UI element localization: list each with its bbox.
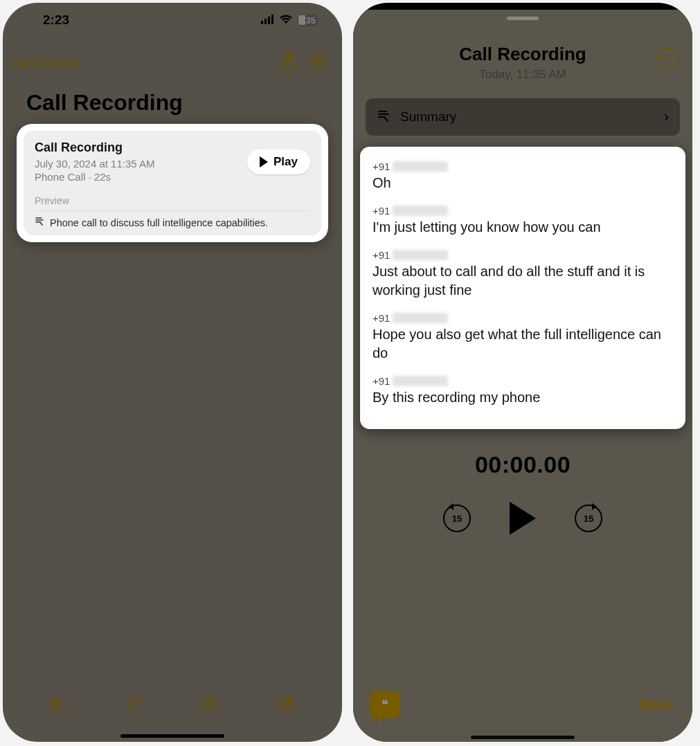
play-button[interactable] (510, 502, 536, 535)
home-indicator (120, 734, 224, 738)
recording-meta: Phone Call · 22s (35, 171, 154, 183)
quote-button[interactable]: ❝ (370, 691, 400, 718)
done-button[interactable]: Done (638, 697, 673, 713)
compose-icon[interactable] (276, 695, 295, 717)
playback-time: 00:00.00 (353, 451, 692, 478)
status-time: 2:23 (43, 12, 69, 28)
preview-text: Phone call to discuss full intelligence … (50, 217, 268, 228)
chevron-left-icon: ‹ (11, 53, 17, 73)
page-title: Call Recording (3, 78, 342, 122)
preview-heading: Preview (35, 195, 310, 206)
attachment-icon[interactable] (125, 695, 145, 717)
redacted-number (393, 313, 448, 323)
nav-bar: ‹ All iCloud (3, 37, 342, 78)
skip-forward-15-button[interactable]: 15 (575, 504, 602, 532)
transcript-text: I'm just letting you know how you can (373, 218, 673, 237)
share-icon[interactable] (280, 51, 298, 75)
grab-handle[interactable] (507, 17, 539, 20)
transcript-entry: +91 Just about to call and do all the st… (373, 249, 673, 300)
play-label: Play (273, 155, 298, 169)
more-icon[interactable] (309, 53, 327, 73)
transcript-icon (377, 109, 391, 125)
redacted-number (393, 206, 448, 216)
battery-icon: 35 (297, 15, 318, 26)
transcript-text: By this recording my phone (373, 388, 673, 407)
summary-row[interactable]: Summary › (366, 98, 680, 136)
redacted-number (393, 161, 448, 172)
summary-label: Summary (400, 109, 654, 125)
redacted-number (393, 250, 448, 260)
divider (35, 210, 310, 211)
sheet-title: Call Recording (353, 44, 692, 65)
chevron-right-icon: › (664, 108, 669, 126)
checklist-icon[interactable] (50, 695, 69, 717)
speaker-prefix: +91 (373, 249, 390, 261)
recording-card-highlight: Call Recording July 30, 2024 at 11:35 AM… (17, 124, 328, 242)
recording-card[interactable]: Call Recording July 30, 2024 at 11:35 AM… (24, 131, 321, 235)
svg-point-6 (314, 61, 315, 62)
transcript-text: Hope you also get what the full intellig… (373, 325, 673, 363)
transcript-panel: +91 Oh +91 I'm just letting you know how… (360, 147, 685, 429)
sheet-subtitle: Today, 11:35 AM (353, 68, 692, 82)
wifi-icon (279, 12, 293, 28)
bottom-toolbar (3, 686, 342, 729)
transcript-text: Just about to call and do all the stuff … (373, 262, 673, 300)
recording-detail-screen: 2:23 35 Call Recording Today, 11:35 AM ⋯… (353, 3, 692, 742)
play-button[interactable]: Play (247, 149, 310, 174)
transcript-entry: +91 I'm just letting you know how you ca… (373, 205, 673, 237)
home-indicator (471, 736, 575, 739)
sheet-header: Call Recording Today, 11:35 AM ⋯ (353, 44, 692, 82)
markup-icon[interactable] (200, 695, 219, 717)
recording-title: Call Recording (35, 140, 154, 155)
nav-actions (280, 51, 327, 75)
status-bar: 2:23 35 (3, 3, 342, 37)
svg-rect-1 (264, 19, 267, 24)
back-label: All iCloud (19, 55, 77, 71)
transcript-entry: +91 By this recording my phone (373, 375, 673, 407)
notes-app-screen: 2:23 35 ‹ All iCloud Call Recor (3, 3, 342, 742)
speaker-prefix: +91 (373, 312, 390, 324)
back-button[interactable]: ‹ All iCloud (11, 53, 78, 73)
speaker-prefix: +91 (373, 205, 390, 217)
svg-point-8 (321, 61, 322, 62)
bottom-bar: ❝ Done (353, 681, 692, 735)
skip-back-15-button[interactable]: 15 (443, 504, 471, 532)
redacted-number (393, 376, 448, 386)
recording-datetime: July 30, 2024 at 11:35 AM (35, 158, 154, 170)
transcript-entry: +91 Oh (373, 161, 673, 192)
recording-sheet: Call Recording Today, 11:35 AM ⋯ Summary… (353, 10, 692, 742)
cellular-icon (261, 12, 275, 28)
svg-point-7 (317, 61, 318, 62)
svg-rect-2 (268, 17, 270, 24)
transcript-icon (35, 217, 44, 228)
transcript-text: Oh (373, 174, 673, 192)
speaker-prefix: +91 (373, 375, 390, 387)
svg-rect-0 (261, 21, 263, 24)
svg-rect-3 (271, 15, 273, 24)
status-icons: 35 (261, 12, 318, 28)
transcript-entry: +91 Hope you also get what the full inte… (373, 312, 673, 363)
speaker-prefix: +91 (373, 161, 390, 172)
more-button[interactable]: ⋯ (658, 48, 679, 69)
preview-row: Phone call to discuss full intelligence … (35, 217, 310, 228)
playback-controls: 15 15 (353, 502, 692, 535)
play-icon (260, 156, 268, 167)
svg-point-10 (52, 706, 57, 711)
